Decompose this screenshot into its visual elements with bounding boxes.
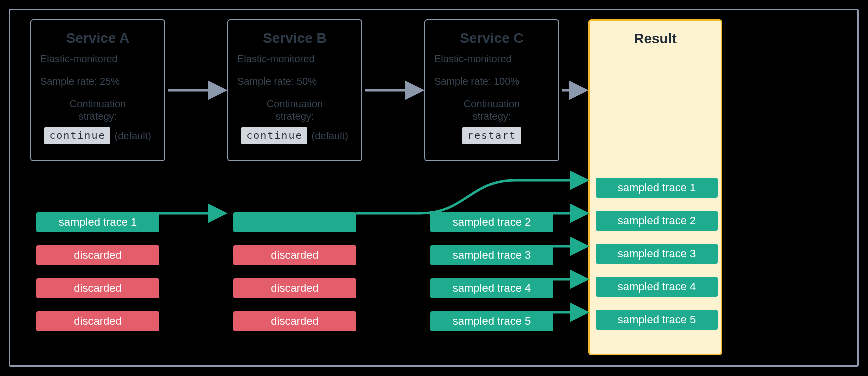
discarded-trace-pill: discarded [36,246,160,266]
discarded-trace-pill: discarded [234,246,356,266]
sampled-trace-pill: sampled trace 2 [596,211,718,231]
service-b-meta: Elastic-monitored Sample rate: 50% [238,52,352,88]
discarded-trace-pill: discarded [234,278,356,298]
service-b-monitored: Elastic-monitored [238,52,352,66]
sampled-trace-pill: sampled trace 1 [36,212,160,232]
service-b-column: Service B Elastic-monitored Sample rate:… [228,20,362,162]
service-b-sample-rate: Sample rate: 50% [238,75,352,88]
code-pill: continue [44,128,110,144]
sampled-trace-pill: sampled trace 2 [430,212,554,232]
sampled-trace-pill: sampled trace 1 [596,178,718,198]
result-box: Result sampled trace 1sampled trace 2sam… [588,20,722,356]
service-b-title: Service B [238,30,352,46]
service-c-monitored: Elastic-monitored [434,52,550,66]
service-b-strategy: Continuation strategy: continue (default… [238,98,352,144]
service-c-sample-rate: Sample rate: 100% [434,75,550,88]
strategy-label-line1: Continuation [40,98,156,110]
service-a-sample-rate: Sample rate: 25% [40,75,156,88]
sampled-trace-pill: sampled trace 3 [430,246,554,266]
code-pill: continue [242,128,308,144]
strategy-label-line1: Continuation [434,98,550,110]
arrow-trace1-b-to-result [356,180,586,214]
service-b-box: Service B Elastic-monitored Sample rate:… [228,20,362,162]
service-c-strategy-value: restart [462,128,522,144]
sampled-trace-pill: sampled trace 5 [430,312,554,332]
service-a-title: Service A [40,30,156,46]
service-c-title: Service C [434,30,550,46]
strategy-label-line2: strategy: [40,111,156,122]
service-a-box: Service A Elastic-monitored Sample rate:… [30,20,166,162]
diagram-frame: Service A Elastic-monitored Sample rate:… [9,9,859,367]
service-a-strategy: Continuation strategy: continue (default… [40,98,156,144]
service-a-traces: sampled trace 1discardeddiscardeddiscard… [30,212,166,344]
service-a-strategy-value: continue (default) [44,128,152,144]
service-c-strategy: Continuation strategy: restart [434,98,550,144]
sampled-trace-pill: sampled trace 3 [596,244,718,264]
code-pill: restart [462,128,522,144]
service-c-traces: sampled trace 2sampled trace 3sampled tr… [424,212,560,344]
strategy-label-line1: Continuation [238,98,352,110]
strategy-label-line2: strategy: [434,111,550,122]
discarded-trace-pill: discarded [36,278,160,298]
result-traces: sampled trace 1sampled trace 2sampled tr… [596,178,718,343]
service-c-column: Service C Elastic-monitored Sample rate:… [424,20,560,162]
discarded-trace-pill: discarded [234,312,356,332]
default-text: (default) [114,130,151,142]
service-a-column: Service A Elastic-monitored Sample rate:… [30,20,166,162]
service-b-traces: discardeddiscardeddiscarded [228,212,362,344]
result-title: Result [590,21,721,47]
service-a-meta: Elastic-monitored Sample rate: 25% [40,52,156,88]
default-text: (default) [312,130,348,142]
strategy-label-line2: strategy: [238,111,352,122]
sampled-trace-pill: sampled trace 4 [596,277,718,297]
service-c-box: Service C Elastic-monitored Sample rate:… [424,20,560,162]
service-c-meta: Elastic-monitored Sample rate: 100% [434,52,550,88]
sampled-trace-pill: sampled trace 5 [596,310,718,330]
sampled-trace-pill [234,212,356,232]
service-a-monitored: Elastic-monitored [40,52,156,66]
service-b-strategy-value: continue (default) [242,128,348,144]
discarded-trace-pill: discarded [36,312,160,332]
sampled-trace-pill: sampled trace 4 [430,278,554,298]
